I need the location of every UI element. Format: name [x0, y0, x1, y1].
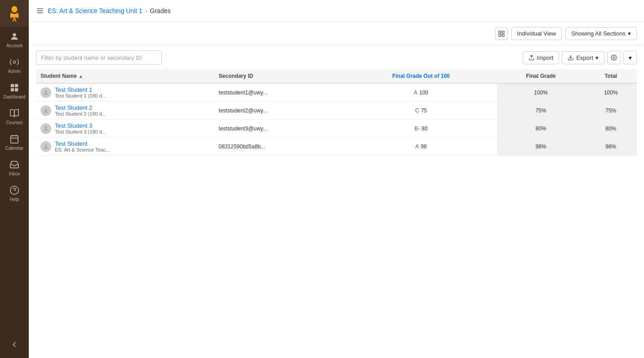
individual-view-button[interactable]: Individual View — [511, 27, 562, 40]
svg-point-28 — [45, 144, 47, 147]
grade-num: 75 — [421, 107, 427, 114]
table-row: Test Student 3 Test Student 3 (180 d... … — [36, 120, 637, 138]
secondary-id-cell: teststudent3@uwy... — [214, 120, 345, 138]
sidebar-item-inbox-label: Inbox — [9, 171, 20, 176]
svg-point-0 — [12, 6, 18, 12]
svg-point-4 — [13, 61, 16, 63]
avatar-icon — [43, 107, 49, 114]
import-icon — [528, 54, 535, 61]
grade-letter: B- — [415, 125, 420, 132]
total-cell: 100% — [585, 83, 637, 102]
sidebar-item-dashboard[interactable]: Dashboard — [0, 78, 29, 104]
secondary-id-cell: teststudent1@uwy... — [214, 83, 345, 102]
grade-num: 80 — [422, 125, 428, 132]
final-grade-pct-cell: 80% — [497, 120, 585, 138]
col-final-grade-col: Final Grade Out of 100 — [345, 69, 497, 83]
grade-letter: A — [414, 90, 417, 96]
total-cell: 80% — [585, 120, 637, 138]
export-icon — [568, 54, 574, 61]
grades-table-container: Student Name ▲ Secondary ID Final Grade … — [29, 69, 644, 156]
student-name-cell: Test Student ES: Art & Science Teac... — [36, 138, 214, 156]
sidebar-item-admin-label: Admin — [8, 69, 21, 74]
settings-icon — [611, 54, 617, 61]
student-sub: ES: Art & Science Teac... — [55, 147, 110, 152]
sidebar-item-inbox[interactable]: Inbox — [0, 155, 29, 181]
sort-arrow-icon: ▲ — [79, 74, 83, 79]
svg-point-26 — [45, 108, 47, 111]
avatar-icon — [43, 143, 49, 150]
student-sub: Test Student 3 (180 d... — [55, 129, 106, 134]
hamburger-icon — [36, 7, 44, 15]
student-name-link[interactable]: Test Student 3 — [55, 122, 92, 129]
showing-sections-button[interactable]: Showing All Sections ▾ — [565, 27, 637, 40]
col-final-grade: Final Grade — [497, 69, 585, 83]
svg-rect-20 — [499, 34, 501, 36]
sidebar-item-account[interactable]: Account — [0, 27, 29, 53]
grade-letter: A — [416, 143, 419, 150]
export-button[interactable]: Export ▾ — [562, 51, 604, 64]
sidebar-logo — [0, 0, 29, 27]
sidebar-collapse-button[interactable] — [0, 336, 29, 354]
import-button[interactable]: Import — [523, 51, 559, 64]
student-sub: Test Student 2 (180 d... — [55, 111, 106, 116]
export-label: Export — [576, 54, 593, 61]
grades-table: Student Name ▲ Secondary ID Final Grade … — [36, 69, 637, 156]
sidebar: Account Admin Dashboard Courses — [0, 0, 29, 358]
secondary-id-cell: teststudent2@uwy... — [214, 102, 345, 120]
svg-rect-5 — [11, 84, 14, 87]
student-name-link[interactable]: Test Student 1 — [55, 86, 92, 93]
avatar — [40, 123, 51, 134]
avatar-icon — [43, 90, 49, 96]
settings-dropdown-button[interactable]: ▾ — [623, 51, 637, 64]
avatar-icon — [43, 125, 49, 132]
col-final-grade-sub: Out of 100 — [424, 73, 450, 79]
sidebar-item-help-label: Help — [10, 197, 19, 202]
table-row: Test Student 1 Test Student 1 (180 d... … — [36, 83, 637, 102]
final-grade-pct-cell: 100% — [497, 83, 585, 102]
view-icon-button[interactable] — [495, 27, 508, 40]
sidebar-item-help[interactable]: Help — [0, 181, 29, 206]
col-secondary-id-label: Secondary ID — [219, 73, 253, 79]
student-name-link[interactable]: Test Student — [55, 140, 87, 147]
sidebar-item-calendar-label: Calendar — [5, 146, 24, 151]
sidebar-item-courses-label: Courses — [6, 120, 22, 125]
svg-point-3 — [13, 33, 16, 36]
svg-rect-9 — [11, 136, 18, 143]
settings-button[interactable] — [607, 51, 621, 64]
student-name-cell: Test Student 3 Test Student 3 (180 d... — [36, 120, 214, 138]
courses-icon — [9, 108, 19, 118]
wyoming-logo-icon — [6, 5, 22, 22]
student-name-link[interactable]: Test Student 2 — [55, 104, 92, 111]
settings-dropdown-arrow: ▾ — [629, 54, 632, 61]
col-total-label: Total — [604, 73, 617, 79]
sidebar-item-admin[interactable]: Admin — [0, 53, 29, 78]
student-name-cell: Test Student 1 Test Student 1 (180 d... — [36, 83, 214, 102]
avatar — [40, 141, 51, 152]
showing-sections-label: Showing All Sections — [571, 30, 626, 37]
sidebar-item-calendar[interactable]: Calendar — [0, 130, 29, 155]
svg-point-13 — [10, 186, 18, 194]
avatar — [40, 87, 51, 98]
sidebar-item-courses[interactable]: Courses — [0, 104, 29, 130]
svg-rect-21 — [502, 34, 504, 36]
account-icon — [9, 31, 19, 41]
breadcrumb-current: Grades — [150, 7, 170, 14]
col-secondary-id: Secondary ID — [214, 69, 345, 83]
svg-rect-19 — [502, 31, 504, 33]
final-grade-score-cell: A100 — [345, 83, 497, 102]
hamburger-button[interactable] — [36, 7, 44, 15]
collapse-icon — [10, 340, 19, 349]
col-student-name[interactable]: Student Name ▲ — [36, 69, 214, 83]
col-total: Total — [585, 69, 637, 83]
filter-actions: Import Export ▾ ▾ — [523, 51, 637, 64]
col-student-name-label: Student Name — [40, 73, 77, 79]
student-filter-input[interactable] — [36, 50, 162, 65]
admin-icon — [9, 57, 19, 67]
svg-rect-8 — [15, 88, 18, 91]
breadcrumb-link[interactable]: ES: Art & Science Teaching Unit 1 — [48, 7, 143, 14]
final-grade-pct-cell: 98% — [497, 138, 585, 156]
grade-num: 98 — [421, 143, 427, 150]
svg-point-25 — [45, 90, 47, 93]
svg-point-27 — [45, 126, 47, 129]
view-toggle-icon — [498, 30, 505, 37]
